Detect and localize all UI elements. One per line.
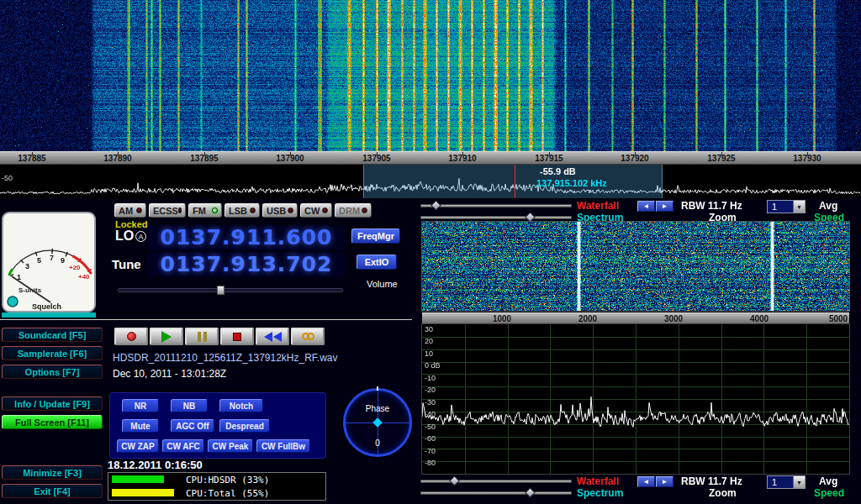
speed-label-2: Speed: [814, 487, 844, 499]
cpu-total-bar: [112, 489, 174, 496]
main-spectrum-strip[interactable]: -50 -55.9 dB 137.915.102 kHz: [0, 165, 861, 198]
loop-button[interactable]: [291, 328, 325, 345]
rewind-icon: [264, 332, 272, 342]
spectrum-zoom-thumb-2[interactable]: [525, 487, 536, 498]
strip-axis-label: -50: [2, 174, 13, 182]
mode-button-usb[interactable]: USB: [262, 203, 298, 218]
af-frequency-scale[interactable]: 1000 2000 3000 4000 5000: [422, 312, 849, 324]
nr-button[interactable]: NR: [122, 399, 159, 412]
rbw-label-2: RBW 11.7 Hz: [681, 475, 742, 487]
cursor-frequency-readout: 137.915.102 kHz: [536, 178, 607, 188]
avg-select[interactable]: 1 ▼: [767, 200, 806, 213]
chevron-down-icon[interactable]: ▼: [793, 476, 805, 488]
stop-button[interactable]: [220, 328, 254, 345]
options-button[interactable]: Options [F7]: [2, 365, 103, 379]
fullscreen-button[interactable]: Full Screen [F11]: [2, 415, 103, 429]
squelch-knob[interactable]: [8, 297, 18, 307]
main-frequency-scale[interactable]: 137885 137890 137895 137900 137905 13791…: [0, 151, 861, 165]
spectrum-zoom-track[interactable]: [420, 216, 572, 219]
s-meter[interactable]: 1 3 5 7 9 +20 +40 S-units Squelch: [2, 212, 96, 312]
db-tick-label: 20: [425, 337, 433, 345]
volume-slider-track[interactable]: [118, 288, 343, 292]
waterfall-brightness-thumb[interactable]: [430, 200, 441, 211]
shift-left-button-2[interactable]: ◄: [637, 476, 655, 487]
tune-frequency-display[interactable]: 0137.913.702: [148, 252, 345, 277]
record-button[interactable]: [114, 328, 148, 345]
pause-button[interactable]: [185, 328, 219, 345]
mute-button[interactable]: Mute: [122, 419, 159, 433]
exit-button[interactable]: Exit [F4]: [2, 484, 103, 498]
mode-button-lsb[interactable]: LSB: [224, 203, 260, 218]
fm-led-icon: [212, 207, 218, 213]
tune-label: Tune: [112, 257, 141, 271]
cw-fullbw-button[interactable]: CW FullBw: [256, 439, 310, 453]
drm-led-icon: [362, 207, 367, 213]
agc-button[interactable]: AGC Off: [171, 419, 214, 433]
mode-button-fm[interactable]: FM: [188, 203, 222, 218]
freqmgr-button[interactable]: FreqMgr: [351, 228, 400, 244]
shift-right-button-2[interactable]: ►: [656, 476, 673, 487]
playback-filename: HDSDR_20111210_125611Z_137912kHz_RF.wav: [113, 352, 338, 364]
af-tick-label: 3000: [648, 314, 699, 323]
play-button[interactable]: [150, 328, 183, 345]
phase-dot: [372, 417, 382, 427]
nb-button[interactable]: NB: [171, 399, 208, 412]
pause-icon: [198, 332, 201, 342]
mode-button-cw[interactable]: CW: [300, 203, 332, 218]
volume-slider-thumb[interactable]: [217, 286, 224, 295]
mode-button-ecss[interactable]: ECSS: [149, 203, 186, 218]
rbw-label: RBW 11.7 Hz: [681, 200, 742, 212]
samplerate-button[interactable]: Samplerate [F6]: [2, 346, 103, 360]
rf-gain-track[interactable]: [0, 319, 412, 320]
waterfall-label-2: Waterfall: [577, 475, 619, 487]
minimize-button[interactable]: Minimize [F3]: [2, 465, 103, 480]
db-tick-label: -40: [425, 410, 436, 418]
cw-zap-button[interactable]: CW ZAP: [117, 439, 159, 453]
meter-tick-label: +20: [69, 264, 81, 271]
af-spectrum-display[interactable]: 30 20 10 0 dB -10 -20 -30 -40 -50 -60 -7…: [422, 324, 849, 474]
info-update-button[interactable]: Info / Update [F9]: [2, 396, 103, 411]
phase-label: Phase: [346, 404, 409, 413]
freq-tick-label: 137905: [351, 154, 402, 163]
shift-right-button[interactable]: ►: [656, 201, 673, 212]
tune-marker[interactable]: [515, 165, 515, 198]
avg-select-2[interactable]: 1 ▼: [767, 475, 806, 489]
db-tick-label: 30: [425, 325, 433, 333]
spectrum-label-2: Spectrum: [577, 487, 623, 499]
cw-afc-button[interactable]: CW AFC: [162, 439, 204, 453]
af-tick-label: 2000: [563, 314, 613, 323]
spectrum-zoom-thumb[interactable]: [525, 212, 536, 223]
chevron-down-icon[interactable]: ▼: [793, 201, 805, 213]
db-tick-label: 10: [425, 349, 433, 358]
db-tick-label: -50: [425, 423, 436, 431]
ecss-led-icon: [178, 207, 182, 213]
usb-led-icon: [288, 207, 293, 213]
mode-button-drm[interactable]: DRM: [335, 203, 372, 218]
lo-frequency-display[interactable]: 0137.911.600: [148, 225, 345, 250]
despread-button[interactable]: Despread: [219, 419, 270, 433]
shift-left-button[interactable]: ◄: [637, 201, 655, 212]
cw-peak-button[interactable]: CW Peak: [208, 439, 253, 453]
waterfall-brightness-track[interactable]: [420, 204, 572, 207]
cpu-total-label: CPU:Total (55%): [186, 488, 269, 499]
volume-label: Volume: [367, 279, 398, 289]
cpu-hdsdr-bar: [112, 475, 164, 483]
soundcard-button[interactable]: Soundcard [F5]: [2, 328, 103, 342]
notch-button[interactable]: Notch: [219, 399, 263, 412]
db-tick-label: -70: [425, 447, 436, 455]
mode-button-am[interactable]: AM: [114, 203, 146, 218]
squelch-label: Squelch: [32, 302, 61, 311]
af-spectrum-trace: [422, 324, 849, 474]
signal-level-bar: [2, 312, 96, 318]
freq-tick-label: 137910: [437, 154, 488, 163]
af-tick-label: 5000: [813, 314, 861, 323]
phase-scope[interactable]: Phase 0: [343, 388, 412, 457]
spectrum-zoom-track-2[interactable]: [420, 491, 572, 495]
rewind-button[interactable]: [256, 328, 289, 345]
playback-timestamp: Dec 10, 2011 - 13:01:28Z: [113, 368, 226, 380]
waterfall-brightness-track-2[interactable]: [420, 480, 572, 483]
waterfall-brightness-thumb-2[interactable]: [449, 475, 460, 486]
af-waterfall-display[interactable]: [422, 222, 849, 311]
extio-button[interactable]: ExtIO: [357, 255, 397, 270]
main-waterfall-display[interactable]: [0, 0, 861, 151]
